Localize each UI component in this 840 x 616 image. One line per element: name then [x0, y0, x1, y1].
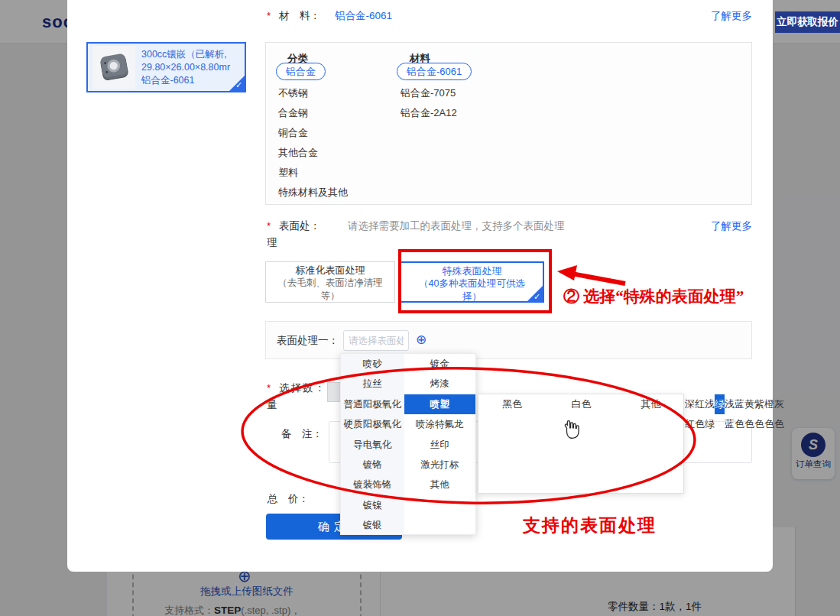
material-learn-more-link[interactable]: 了解更多 — [711, 9, 752, 23]
color-option[interactable]: 黄色 — [744, 394, 754, 414]
category-option-selected[interactable]: 铝合金 — [276, 63, 326, 80]
treatment-dropdown-column1: 喷砂 拉丝 普通阳极氧化 硬质阳极氧化 导电氧化 镀铬 镀装饰铬 镀镍 镀银 — [341, 354, 404, 534]
color-option[interactable]: 浅绿 — [705, 394, 715, 414]
treatment-option-selected[interactable]: 喷塑 — [404, 394, 475, 414]
color-option[interactable]: 黑色 — [478, 394, 546, 414]
treatment-option[interactable]: 丝印 — [404, 435, 475, 455]
treatment-option[interactable]: 激光打标 — [404, 455, 475, 475]
color-option[interactable]: 红色 — [695, 394, 705, 414]
category-option[interactable]: 特殊材料及其他 — [278, 186, 348, 199]
part-dimensions: 29.80×26.00×8.80mr — [141, 61, 230, 74]
total-price-label: 总 价： — [268, 492, 309, 506]
selected-check-icon: ✓ — [527, 285, 543, 302]
required-asterisk: * — [267, 382, 271, 394]
material-picker-panel: 分类 材料 铝合金 不锈钢 合金钢 铜合金 其他合金 塑料 特殊材料及其他 铝合… — [265, 42, 752, 205]
part-config-modal: 300cc镶嵌（已解析, 29.80×26.00×8.80mr 铝合金-6061… — [67, 0, 773, 572]
treatment-option[interactable]: 镀装饰铬 — [341, 475, 404, 494]
treatment-dropdown-column2: 镀金 烤漆 喷塑 喷涂特氟龙 丝印 激光打标 其他 — [404, 354, 475, 534]
category-option[interactable]: 其他合金 — [278, 146, 318, 160]
category-option[interactable]: 塑料 — [278, 166, 298, 180]
part-material: 铝合金-6061 — [141, 74, 230, 87]
category-option[interactable]: 不锈钢 — [278, 86, 308, 100]
treatment-option[interactable]: 其他 — [404, 475, 475, 494]
treatment-one-panel: 表面处理一： ⊕ — [265, 321, 752, 359]
color-option[interactable]: 其他 — [617, 394, 685, 414]
treatment-option[interactable]: 喷涂特氟龙 — [404, 414, 475, 434]
standard-surface-card[interactable]: 标准化表面处理 （去毛刺、表面洁净清理等） — [265, 261, 395, 303]
surface-hint: 请选择需要加工的表面处理，支持多个表面处理 — [348, 219, 565, 233]
required-asterisk: * — [267, 10, 271, 21]
part-thumbnail — [92, 46, 135, 89]
treatment-dropdown: 喷砂 拉丝 普通阳极氧化 硬质阳极氧化 导电氧化 镀铬 镀装饰铬 镀镍 镀银 镀… — [340, 353, 476, 535]
mouse-cursor-icon — [562, 419, 582, 443]
special-surface-card[interactable]: 特殊表面处理 （40多种表面处理可供选择） ✓ — [400, 261, 544, 303]
color-option[interactable]: 蓝色 — [735, 394, 744, 414]
part-name: 300cc镶嵌（已解析, — [141, 48, 230, 61]
color-option[interactable]: 白色 — [546, 394, 617, 414]
color-option[interactable]: 灰色 — [774, 394, 784, 414]
remark-label: 备 注： — [281, 427, 323, 441]
get-quote-button[interactable]: 立即获取报价 — [775, 11, 840, 33]
color-option[interactable]: 紫色 — [754, 394, 764, 414]
add-treatment-icon[interactable]: ⊕ — [416, 332, 426, 348]
treatment-one-input[interactable] — [343, 330, 409, 351]
selected-check-icon: ✓ — [229, 75, 245, 92]
screen: soo ⊕ 拖拽或上传图纸文件 支持格式：STEP(.step, .stp)， … — [0, 0, 840, 616]
color-option[interactable]: 浅蓝 — [725, 394, 735, 414]
color-option[interactable]: 深红 — [685, 394, 695, 414]
material-option[interactable]: 铝合金-7075 — [401, 86, 456, 100]
material-option-selected[interactable]: 铝合金-6061 — [397, 63, 472, 80]
color-option-selected[interactable]: 绿色 — [715, 394, 725, 414]
surface-label-line1: 表面处： — [279, 219, 320, 233]
category-option[interactable]: 合金钢 — [278, 106, 308, 120]
treatment-option[interactable]: 硬质阳极氧化 — [341, 414, 404, 434]
standard-surface-title: 标准化表面处理 — [266, 264, 394, 277]
required-asterisk: * — [267, 220, 271, 232]
treatment-option[interactable]: 普通阳极氧化 — [341, 394, 404, 414]
treatment-option[interactable]: 导电氧化 — [341, 435, 404, 455]
treatment-option[interactable]: 烤漆 — [404, 374, 475, 394]
color-picker-panel: 黑色 白色 其他 深红 红色 浅绿 绿色 浅蓝 蓝色 黄色 紫色 橙色 灰色 — [478, 394, 684, 494]
quantity-label-line2: 量 — [267, 398, 277, 412]
treatment-option[interactable]: 喷砂 — [341, 354, 404, 374]
special-surface-title: 特殊表面处理 — [401, 264, 543, 277]
treatment-option[interactable]: 拉丝 — [341, 374, 404, 394]
category-option[interactable]: 铜合金 — [278, 126, 308, 140]
treatment-option[interactable]: 镀银 — [341, 515, 404, 535]
part-card[interactable]: 300cc镶嵌（已解析, 29.80×26.00×8.80mr 铝合金-6061… — [86, 42, 246, 92]
quantity-label-line1: 选择数： — [279, 381, 326, 395]
material-value: 铝合金-6061 — [335, 9, 392, 23]
surface-learn-more-link[interactable]: 了解更多 — [711, 219, 752, 233]
part-info: 300cc镶嵌（已解析, 29.80×26.00×8.80mr 铝合金-6061 — [141, 48, 230, 87]
treatment-option[interactable]: 镀镍 — [341, 495, 404, 515]
treatment-one-label: 表面处理一： — [277, 334, 339, 348]
material-option[interactable]: 铝合金-2A12 — [401, 106, 457, 120]
standard-surface-subtitle: （去毛刺、表面洁净清理等） — [272, 277, 388, 303]
material-label: 材 料： — [279, 9, 320, 23]
surface-label-line2: 理 — [267, 236, 277, 250]
treatment-option[interactable]: 镀金 — [404, 354, 475, 374]
special-surface-subtitle: （40多种表面处理可供选择） — [410, 277, 534, 303]
color-option[interactable]: 橙色 — [764, 394, 774, 414]
treatment-option[interactable]: 镀铬 — [341, 455, 404, 475]
